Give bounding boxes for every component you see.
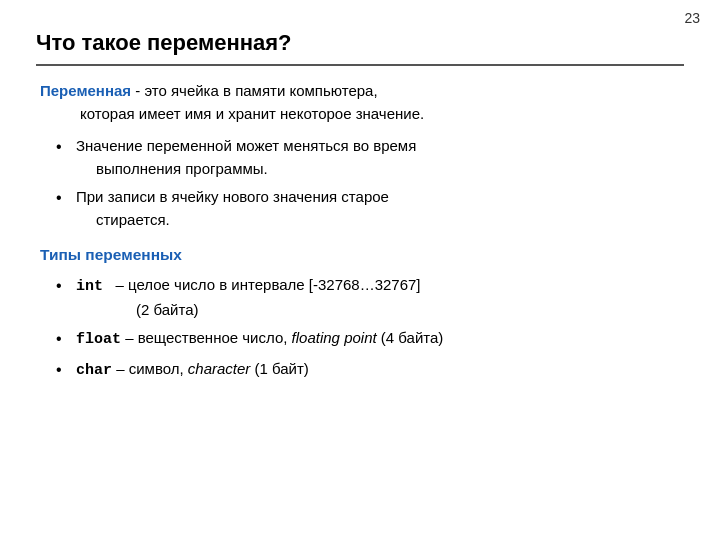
- keyword-float: float: [76, 331, 121, 348]
- type-float-rest: (4 байта): [377, 329, 444, 346]
- slide-content: Переменная - это ячейка в памяти компьют…: [36, 80, 684, 382]
- type-bullet-int: int – целое число в интервале [-32768…32…: [36, 274, 684, 321]
- type-float-content: float – вещественное число, floating poi…: [76, 329, 443, 346]
- intro-rest-line1: - это ячейка в памяти компьютера,: [131, 82, 378, 99]
- type-int-text: – целое число в интервале [-32768…32767]: [107, 276, 420, 293]
- intro-bullets: Значение переменной может меняться во вр…: [36, 135, 684, 231]
- slide: 23 Что такое переменная? Переменная - эт…: [0, 0, 720, 540]
- type-char-content: char – символ, character (1 байт): [76, 360, 309, 377]
- type-bullet-char: char – символ, character (1 байт): [36, 358, 684, 383]
- intro-bullet-2-text: При записи в ячейку нового значения стар…: [76, 188, 389, 228]
- type-char-text: – символ,: [116, 360, 188, 377]
- type-char-rest: (1 байт): [250, 360, 309, 377]
- intro-bullet-2: При записи в ячейку нового значения стар…: [36, 186, 684, 231]
- types-bullets: int – целое число в интервале [-32768…32…: [36, 274, 684, 382]
- intro-paragraph: Переменная - это ячейка в памяти компьют…: [36, 80, 684, 125]
- slide-title: Что такое переменная?: [36, 30, 684, 56]
- intro-bullet-1: Значение переменной может меняться во вр…: [36, 135, 684, 180]
- keyword-int: int: [76, 278, 103, 295]
- type-float-text: – вещественное число,: [125, 329, 291, 346]
- type-bullet-float: float – вещественное число, floating poi…: [36, 327, 684, 352]
- type-int-second-line: (2 байта): [76, 299, 199, 322]
- type-float-italic: floating point: [292, 329, 377, 346]
- type-int-content: int – целое число в интервале [-32768…32…: [76, 276, 421, 318]
- title-divider: [36, 64, 684, 66]
- types-section-header: Типы переменных: [36, 243, 684, 266]
- slide-number: 23: [684, 10, 700, 26]
- intro-highlighted: Переменная: [40, 82, 131, 99]
- intro-bullet-1-text: Значение переменной может меняться во вр…: [76, 137, 416, 177]
- keyword-char: char: [76, 362, 112, 379]
- intro-line2: которая имеет имя и хранит некоторое зна…: [40, 103, 424, 126]
- type-char-italic: character: [188, 360, 251, 377]
